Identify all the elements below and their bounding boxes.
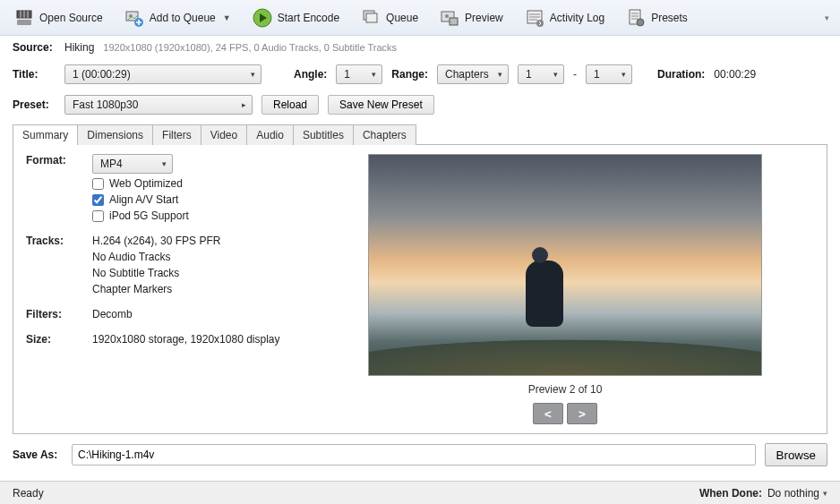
summary-pane: Format: MP4 Web Optimized Align A/V Star… [13, 145, 827, 434]
queue-button[interactable]: Queue [352, 4, 427, 32]
ipod-checkbox[interactable] [92, 210, 104, 222]
preset-value: Fast 1080p30 [73, 98, 138, 111]
start-encode-button[interactable]: Start Encode [244, 4, 348, 32]
tracks-video: H.264 (x264), 30 FPS PFR [92, 235, 295, 247]
tab-filters[interactable]: Filters [153, 124, 201, 145]
preview-image [368, 154, 762, 376]
preview-icon [440, 8, 459, 28]
tracks-audio: No Audio Tracks [92, 251, 295, 263]
svg-rect-12 [366, 13, 377, 22]
size-value: 1920x1080 storage, 1920x1080 display [92, 333, 295, 346]
activity-log-button[interactable]: Activity Log [516, 4, 613, 32]
save-as-input[interactable] [72, 444, 756, 466]
range-from-value: 1 [526, 68, 532, 81]
svg-point-20 [536, 20, 544, 27]
presets-button[interactable]: Presets [617, 4, 697, 32]
svg-point-14 [445, 14, 449, 18]
title-select[interactable]: 1 (00:00:29) [64, 64, 261, 84]
main-toolbar: Open Source Add to Queue ▼ Start Encode … [0, 0, 840, 36]
add-to-queue-label: Add to Queue [150, 12, 216, 24]
toolbar-overflow-button[interactable]: ▾ [819, 13, 835, 22]
preview-label: Preview [465, 12, 503, 24]
align-av-row[interactable]: Align A/V Start [92, 193, 295, 206]
tabstrip: Summary Dimensions Filters Video Audio S… [13, 124, 827, 145]
web-optimized-checkbox[interactable] [92, 178, 104, 190]
ipod-row[interactable]: iPod 5G Support [92, 209, 295, 222]
summary-right: Preview 2 of 10 < > [316, 154, 814, 424]
svg-point-25 [637, 19, 644, 26]
preview-button[interactable]: Preview [431, 4, 512, 32]
open-source-label: Open Source [39, 12, 103, 24]
start-encode-label: Start Encode [278, 12, 339, 24]
save-as-row: Save As: Browse [0, 440, 840, 474]
align-av-checkbox[interactable] [92, 194, 104, 206]
presets-icon [626, 8, 646, 28]
preview-nav: < > [533, 403, 597, 424]
preview-next-button[interactable]: > [567, 403, 597, 424]
tracks-chap: Chapter Markers [92, 283, 295, 295]
angle-select[interactable]: 1 [336, 64, 382, 84]
when-done-value: Do nothing [767, 487, 819, 500]
title-value: 1 (00:00:29) [73, 68, 131, 81]
range-to-select[interactable]: 1 [586, 64, 632, 84]
preset-select[interactable]: Fast 1080p30 [64, 95, 253, 115]
reload-button[interactable]: Reload [261, 95, 319, 115]
angle-value: 1 [344, 68, 350, 81]
format-label: Format: [26, 154, 76, 167]
align-av-label: Align A/V Start [109, 193, 178, 206]
source-label: Source: [13, 41, 56, 54]
tracks-label: Tracks: [26, 235, 76, 247]
preview-counter: Preview 2 of 10 [528, 383, 603, 396]
range-dash: - [573, 68, 577, 81]
filters-label: Filters: [26, 308, 76, 320]
format-select[interactable]: MP4 [92, 154, 173, 174]
format-value: MP4 [100, 158, 123, 170]
tracks-field: Tracks: H.264 (x264), 30 FPS PFR No Audi… [26, 235, 295, 295]
tab-video[interactable]: Video [201, 124, 247, 145]
presets-label: Presets [651, 12, 688, 24]
source-info: 1920x1080 (1920x1080), 24 FPS, 0 Audio T… [103, 42, 397, 53]
range-label: Range: [391, 68, 428, 81]
open-source-button[interactable]: Open Source [5, 4, 112, 32]
tracks-sub: No Subtitle Tracks [92, 267, 295, 279]
svg-rect-15 [450, 18, 458, 25]
tab-chapters[interactable]: Chapters [354, 124, 416, 145]
title-label: Title: [13, 68, 56, 81]
svg-rect-5 [17, 20, 31, 25]
preview-prev-button[interactable]: < [533, 403, 563, 424]
status-text: Ready [13, 487, 44, 500]
web-optimized-row[interactable]: Web Optimized [92, 177, 295, 190]
range-to-value: 1 [594, 68, 600, 81]
browse-button[interactable]: Browse [765, 443, 827, 466]
preset-row: Preset: Fast 1080p30 Reload Save New Pre… [0, 90, 840, 120]
tab-summary[interactable]: Summary [13, 124, 78, 145]
source-name: Hiking [64, 41, 94, 54]
range-from-select[interactable]: 1 [518, 64, 564, 84]
ipod-label: iPod 5G Support [109, 209, 189, 222]
angle-label: Angle: [294, 68, 327, 81]
play-icon [253, 8, 272, 28]
filters-value: Decomb [92, 308, 295, 320]
range-type-select[interactable]: Chapters [437, 64, 509, 84]
summary-left: Format: MP4 Web Optimized Align A/V Star… [26, 154, 295, 424]
activity-log-label: Activity Log [550, 12, 604, 24]
queue-add-icon [124, 8, 144, 28]
tab-dimensions[interactable]: Dimensions [78, 124, 153, 145]
save-as-label: Save As: [13, 448, 63, 461]
log-icon [525, 8, 544, 28]
add-to-queue-button[interactable]: Add to Queue ▼ [116, 4, 240, 32]
tab-subtitles[interactable]: Subtitles [294, 124, 354, 145]
queue-icon [361, 8, 381, 28]
queue-label: Queue [386, 12, 418, 24]
tab-audio[interactable]: Audio [247, 124, 294, 145]
range-type-value: Chapters [445, 68, 489, 81]
web-optimized-label: Web Optimized [109, 177, 183, 190]
status-bar: Ready When Done: Do nothing [0, 481, 840, 504]
duration-label: Duration: [657, 68, 705, 81]
when-done-select[interactable]: Do nothing [767, 487, 827, 500]
title-row: Title: 1 (00:00:29) Angle: 1 Range: Chap… [0, 59, 840, 90]
size-field: Size: 1920x1080 storage, 1920x1080 displ… [26, 333, 295, 346]
save-new-preset-button[interactable]: Save New Preset [328, 95, 434, 115]
film-icon [14, 8, 34, 28]
source-row: Source: Hiking 1920x1080 (1920x1080), 24… [0, 36, 840, 59]
